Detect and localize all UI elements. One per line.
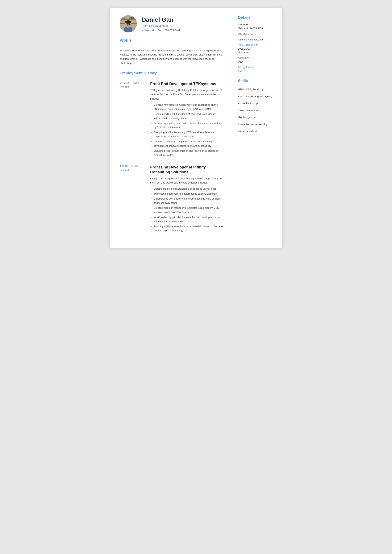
job-entry-2: Jul 2013 – Oct 2015 New York Front End D… (120, 165, 224, 234)
details-title: Details (238, 15, 276, 20)
list-item: Implementing a mobile-first approach to … (154, 192, 224, 196)
phone-item: 890-555-0401 (238, 32, 276, 36)
job-2-bullets: Building stable and maintainable codebas… (150, 187, 224, 233)
birth-place: New York (238, 51, 276, 55)
list-item: Creating modular, responsive templates u… (154, 206, 224, 214)
employment-title: Employment History (120, 71, 224, 76)
resume-body: Daniel Gan Front End Developer ● New Yor… (110, 8, 282, 248)
job-1-right: Front End Developer at TEKsystems TEKsys… (150, 81, 224, 158)
job-1-location: New York (120, 85, 146, 88)
list-item: Working directly with client stakeholder… (154, 215, 224, 224)
dob-label: Date / Place of birth (238, 44, 276, 46)
skill-item-6: Innovative problem-solving (238, 121, 276, 128)
svg-rect-7 (131, 17, 132, 19)
skill-item-5: Highly organized (238, 114, 276, 121)
header-phone: 890-555-0401 (165, 29, 180, 32)
list-item: Creating new features, functionality and… (154, 103, 224, 111)
driving-item: Full (238, 69, 276, 73)
header-location: New York, USA (144, 29, 161, 32)
address-item: 9 Wall St New York, 10005, USA (238, 23, 276, 30)
skill-item-3: Adobe Photoshop (238, 100, 276, 107)
job-2-left: Jul 2013 – Oct 2015 New York (120, 165, 150, 234)
driving-label: Driving license (238, 66, 276, 69)
skills-title: Skills (238, 79, 276, 83)
list-item: Collaborating with designers to ensure d… (154, 197, 224, 205)
list-item: Assisting with the transition from a wat… (154, 224, 224, 233)
skill-item-2: React, Redux, Angular, JQuery (238, 93, 276, 100)
skills-section: Skills HTML, CSS, JavaScript React, Redu… (238, 79, 276, 135)
sidebar: Details 9 Wall St New York, 10005, USA 8… (232, 8, 282, 248)
driving-value: Full (238, 69, 276, 73)
job-1-title: Front End Developer at TEKsystems (150, 81, 224, 86)
job-2-location: New York (120, 169, 146, 172)
candidate-name: Daniel Gan (142, 16, 180, 23)
job-1-bullets: Creating new features, functionality and… (150, 103, 224, 157)
profile-title: Profile (120, 38, 224, 43)
location-wrap: ● New York, USA (142, 29, 161, 32)
avatar (120, 15, 137, 32)
list-item: Recommending solutions for a streamlined… (154, 112, 224, 120)
job-1-date: Oct 2016 – Present (120, 81, 146, 84)
email-item: resume@example.com (238, 38, 276, 42)
job-2-description: Infinity Consulting Solutions is a staff… (150, 176, 224, 185)
main-column: Daniel Gan Front End Developer ● New Yor… (110, 8, 232, 248)
list-item: Ensuring proper documentation and report… (154, 149, 224, 157)
svg-point-15 (129, 24, 130, 25)
dob-value: 1989/20/03 (238, 47, 276, 51)
svg-rect-3 (121, 17, 122, 19)
job-entry-1: Oct 2016 – Present New York Front End De… (120, 81, 224, 158)
list-item: Designing and implementing HTML email te… (154, 130, 224, 139)
header-section: Daniel Gan Front End Developer ● New Yor… (120, 15, 224, 32)
sidebar-phone: 890-555-0401 (238, 32, 276, 36)
resume-wrapper: Daniel Gan Front End Developer ● New Yor… (110, 8, 282, 248)
candidate-title: Front End Developer (142, 24, 180, 27)
profile-text: Innovative Front End Developer with 5 ye… (120, 48, 224, 65)
skill-item-4: Clear communication (238, 107, 276, 114)
nationality-item: USA (238, 60, 276, 64)
address-line1: 9 Wall St (238, 23, 276, 27)
list-item: Performing bug fixes and code reviews. T… (154, 121, 224, 130)
header-contact: ● New York, USA 890-555-0401 (142, 29, 180, 32)
list-item: Building stable and maintainable codebas… (154, 187, 224, 191)
list-item: Consulting with 508 Compliance professio… (154, 139, 224, 148)
svg-rect-8 (133, 17, 134, 19)
details-section: Details 9 Wall St New York, 10005, USA 8… (238, 15, 276, 73)
skill-item-7: Attention to detail (238, 128, 276, 135)
svg-rect-4 (122, 18, 124, 19)
location-icon: ● (142, 29, 143, 32)
job-2-right: Front End Developer at Infinity Consulti… (150, 165, 224, 234)
employment-section: Employment History Oct 2016 – Present Ne… (120, 71, 224, 234)
address-line2: New York, 10005, USA (238, 27, 276, 30)
nationality-value: USA (238, 60, 276, 64)
svg-rect-1 (120, 19, 137, 20)
nationality-label: Nationality (238, 57, 276, 59)
header-info: Daniel Gan Front End Developer ● New Yor… (142, 16, 180, 31)
job-1-description: TEKsystems is a leading IT staffing, IT … (150, 88, 224, 101)
job-1-left: Oct 2016 – Present New York (120, 81, 150, 158)
svg-rect-5 (124, 17, 125, 19)
job-2-date: Jul 2013 – Oct 2015 (120, 165, 146, 168)
skill-item-1: HTML, CSS, JavaScript (238, 86, 276, 93)
job-2-title: Front End Developer at Infinity Consulti… (150, 165, 224, 174)
svg-rect-6 (129, 17, 131, 19)
profile-section: Profile Innovative Front End Developer w… (120, 38, 224, 65)
sidebar-email: resume@example.com (238, 38, 276, 42)
svg-point-13 (126, 21, 131, 24)
dob-item: 1989/20/03 New York (238, 47, 276, 54)
svg-point-14 (127, 24, 128, 25)
